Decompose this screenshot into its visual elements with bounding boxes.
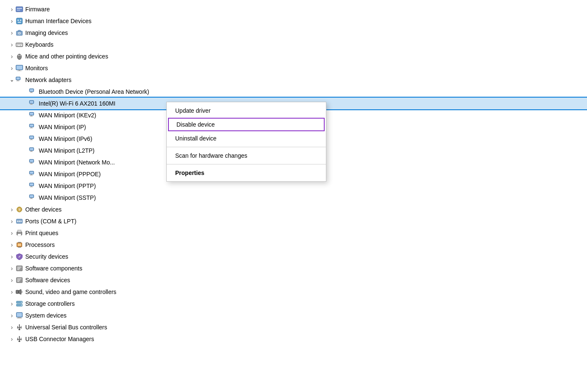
icon-storage — [15, 299, 24, 308]
tree-item-bluetooth[interactable]: Bluetooth Device (Personal Area Network) — [0, 86, 587, 98]
icon-sw-components — [15, 264, 24, 273]
icon-print — [15, 229, 24, 237]
svg-rect-6 — [18, 22, 21, 23]
tree-item-keyboards[interactable]: Keyboards — [0, 39, 587, 50]
tree-item-ports[interactable]: Ports (COM & LPT) — [0, 215, 587, 227]
svg-rect-23 — [20, 55, 21, 56]
icon-mice — [15, 52, 24, 61]
svg-point-81 — [21, 233, 21, 233]
context-menu-item-label: Scan for hardware changes — [175, 152, 247, 159]
svg-rect-67 — [30, 187, 33, 187]
tree-item-sw-devices[interactable]: Software devices — [0, 274, 587, 286]
tree-item-wan-pptp[interactable]: WAN Miniport (PPTP) — [0, 180, 587, 192]
context-menu-disable-device[interactable]: Disable device — [168, 118, 325, 131]
tree-item-wan-sstp[interactable]: WAN Miniport (SSTP) — [0, 192, 587, 204]
icon-keyboards — [15, 40, 24, 49]
context-menu-scan-hardware[interactable]: Scan for hardware changes — [167, 149, 326, 162]
svg-rect-42 — [31, 115, 32, 116]
icon-processors — [15, 241, 24, 249]
tree-item-mice[interactable]: Mice and other pointing devices — [0, 50, 587, 62]
svg-rect-27 — [17, 71, 21, 71]
tree-item-other[interactable]: ? Other devices — [0, 204, 587, 215]
svg-rect-35 — [30, 93, 33, 93]
context-menu-properties[interactable]: Properties — [167, 166, 326, 180]
tree-item-usb[interactable]: Universal Serial Bus controllers — [0, 321, 587, 333]
svg-rect-94 — [17, 278, 21, 279]
svg-rect-103 — [17, 313, 22, 317]
icon-other: ? — [15, 205, 24, 214]
svg-rect-41 — [30, 113, 33, 115]
svg-rect-86 — [19, 247, 19, 248]
icon-wan-ikev2 — [29, 111, 37, 119]
tree-item-hid[interactable]: Human Interface Devices — [0, 15, 587, 27]
chevron-system — [8, 312, 15, 319]
context-menu-update-driver[interactable]: Update driver — [167, 104, 326, 117]
tree-item-label: Software components — [25, 265, 82, 272]
tree-item-label: Security devices — [25, 253, 68, 260]
svg-rect-87 — [20, 247, 21, 248]
svg-point-110 — [21, 339, 22, 340]
tree-item-label: Ports (COM & LPT) — [25, 218, 76, 225]
tree-item-label: Print queues — [25, 230, 59, 236]
tree-item-firmware[interactable]: Firmware — [0, 3, 587, 15]
chevron-imaging — [8, 29, 15, 36]
svg-rect-61 — [30, 172, 33, 174]
context-menu-uninstall-device[interactable]: Uninstall device — [167, 132, 326, 145]
tree-item-imaging[interactable]: Imaging devices — [0, 27, 587, 39]
icon-wan-l2tp — [29, 146, 37, 155]
svg-rect-45 — [30, 124, 33, 127]
tree-item-label: WAN Miniport (SSTP) — [39, 194, 96, 201]
svg-rect-70 — [31, 198, 32, 199]
svg-rect-12 — [16, 44, 17, 45]
tree-item-sound[interactable]: Sound, video and game controllers — [0, 286, 587, 298]
tree-item-system[interactable]: System devices — [0, 310, 587, 321]
svg-rect-55 — [30, 151, 33, 152]
svg-rect-54 — [31, 151, 32, 151]
svg-rect-51 — [30, 140, 33, 140]
icon-sound — [15, 288, 24, 296]
icon-ports — [15, 217, 24, 225]
icon-wifi — [29, 99, 37, 108]
tree-item-label: WAN Miniport (IP) — [39, 124, 86, 130]
svg-point-109 — [17, 339, 19, 340]
tree-item-label: WAN Miniport (Network Mo... — [39, 159, 115, 166]
svg-rect-14 — [19, 44, 20, 45]
tree-item-security[interactable]: ✓ Security devices — [0, 251, 587, 262]
svg-rect-46 — [31, 127, 32, 128]
svg-rect-96 — [17, 281, 19, 282]
icon-wan-nm — [29, 158, 37, 167]
svg-rect-80 — [18, 234, 21, 236]
tree-item-label: Software devices — [25, 277, 70, 283]
context-menu-item-label: Disable device — [176, 121, 215, 128]
tree-item-label: Universal Serial Bus controllers — [25, 324, 107, 331]
svg-rect-111 — [19, 341, 20, 342]
svg-rect-16 — [21, 44, 22, 45]
tree-item-processors[interactable]: Processors — [0, 239, 587, 251]
context-menu-separator-1 — [167, 147, 326, 147]
svg-rect-31 — [16, 81, 19, 81]
svg-rect-53 — [30, 148, 33, 150]
chevron-print — [8, 230, 15, 236]
svg-rect-25 — [16, 66, 22, 69]
tree-item-usb-connector[interactable]: USB Connector Managers — [0, 333, 587, 345]
tree-item-label: WAN Miniport (PPTP) — [39, 183, 96, 189]
tree-item-sw-components[interactable]: Software components — [0, 262, 587, 274]
tree-item-label: WAN Miniport (IPv6) — [39, 135, 92, 142]
tree-item-network[interactable]: Network adapters — [0, 74, 587, 86]
svg-rect-2 — [17, 10, 20, 11]
tree-item-print[interactable]: Print queues — [0, 227, 587, 239]
tree-item-label: Processors — [25, 241, 55, 248]
context-menu-item-label: Properties — [175, 170, 204, 176]
icon-usb-connector — [15, 335, 24, 343]
tree-item-label: Imaging devices — [25, 29, 68, 36]
tree-item-monitors[interactable]: Monitors — [0, 62, 587, 74]
icon-wan-ip — [29, 123, 37, 131]
chevron-ports — [8, 218, 15, 225]
context-menu: Update driver Disable device Uninstall d… — [166, 102, 326, 182]
chevron-keyboards — [8, 41, 15, 48]
tree-item-storage[interactable]: Storage controllers — [0, 298, 587, 310]
svg-rect-22 — [18, 55, 19, 56]
svg-rect-17 — [16, 45, 17, 46]
icon-wan-pppoe — [29, 170, 37, 178]
icon-wan-sstp — [29, 193, 37, 202]
